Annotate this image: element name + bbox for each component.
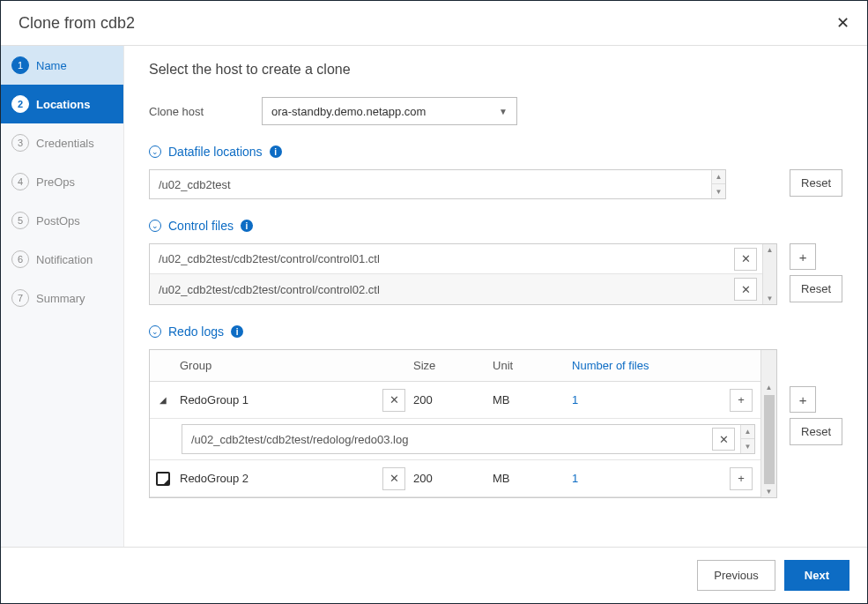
step-name[interactable]: 1Name: [1, 46, 123, 85]
close-icon[interactable]: ✕: [836, 13, 849, 33]
spinner-down-icon[interactable]: ▼: [741, 439, 754, 453]
remove-icon[interactable]: ✕: [734, 248, 757, 271]
spinner-up-icon[interactable]: ▲: [741, 425, 754, 439]
spinner-up-icon[interactable]: ▲: [712, 170, 725, 184]
datafile-section-header[interactable]: ⌄ Datafile locations i: [149, 145, 842, 159]
clone-host-row: Clone host ora-standby.demo.netapp.com ▼: [149, 97, 842, 125]
collapse-icon: ⌄: [149, 145, 161, 158]
step-summary[interactable]: 7Summary: [1, 279, 123, 317]
control-file-row[interactable]: /u02_cdb2test/cdb2test/control/control02…: [150, 274, 762, 304]
scrollbar[interactable]: ▲ ▼: [762, 244, 776, 304]
scroll-up-icon[interactable]: ▲: [767, 244, 774, 256]
spinner-arrows: ▲ ▼: [711, 170, 725, 198]
scroll-up-icon[interactable]: ▲: [766, 382, 773, 393]
remove-icon[interactable]: ✕: [382, 389, 405, 412]
scrollbar[interactable]: ▲ ▼: [760, 350, 776, 497]
redo-title: Redo logs: [168, 324, 224, 339]
chevron-down-icon: ▼: [499, 107, 508, 116]
control-file-row[interactable]: /u02_cdb2test/cdb2test/control/control01…: [150, 244, 762, 274]
datafile-title: Datafile locations: [168, 145, 263, 159]
expand-box-icon[interactable]: [156, 472, 170, 486]
col-size: Size: [413, 359, 493, 372]
remove-icon[interactable]: ✕: [712, 428, 735, 451]
redo-reset-button[interactable]: Reset: [790, 418, 842, 445]
add-file-button[interactable]: +: [730, 389, 753, 412]
redo-unit[interactable]: MB: [493, 472, 572, 485]
control-title: Control files: [168, 219, 234, 233]
redo-group-row[interactable]: RedoGroup 2✕200MB1+: [150, 460, 760, 497]
redo-size[interactable]: 200: [413, 472, 493, 485]
step-label: Notification: [36, 253, 93, 266]
step-postops[interactable]: 5PostOps: [1, 201, 123, 240]
redo-group-row[interactable]: ◢RedoGroup 1✕200MB1+: [150, 382, 760, 419]
scroll-down-icon[interactable]: ▼: [766, 486, 773, 497]
step-credentials[interactable]: 3Credentials: [1, 123, 123, 162]
step-label: Locations: [36, 98, 90, 111]
step-number: 2: [11, 95, 29, 113]
redo-add-button[interactable]: +: [790, 386, 816, 413]
control-add-button[interactable]: +: [790, 243, 816, 270]
collapse-icon: ⌄: [149, 220, 161, 232]
step-notification[interactable]: 6Notification: [1, 240, 123, 279]
step-label: PreOps: [36, 175, 75, 189]
redo-size[interactable]: 200: [413, 393, 493, 406]
redo-numfiles[interactable]: 1: [572, 393, 722, 406]
add-file-button[interactable]: +: [730, 467, 753, 490]
step-label: Name: [36, 59, 67, 72]
step-number: 5: [11, 212, 29, 229]
control-section-header[interactable]: ⌄ Control files i: [149, 219, 842, 233]
scroll-down-icon[interactable]: ▼: [767, 293, 774, 304]
step-number: 3: [11, 134, 29, 152]
datafile-input[interactable]: /u02_cdb2test ▲ ▼: [149, 169, 726, 199]
step-locations[interactable]: 2Locations: [1, 85, 123, 123]
redo-row: GroupSizeUnitNumber of files◢RedoGroup 1…: [149, 349, 842, 498]
next-button[interactable]: Next: [784, 560, 849, 591]
scroll-thumb[interactable]: [764, 395, 775, 484]
redo-buttons: + Reset: [790, 349, 842, 498]
step-label: PostOps: [36, 214, 80, 227]
previous-button[interactable]: Previous: [697, 560, 775, 591]
remove-icon[interactable]: ✕: [382, 467, 405, 490]
col-group: Group: [176, 359, 375, 372]
dialog-footer: Previous Next: [1, 547, 867, 603]
redo-group-name: RedoGroup 2: [176, 472, 375, 485]
content-panel: Select the host to create a clone Clone …: [124, 46, 867, 547]
remove-icon[interactable]: ✕: [734, 278, 757, 301]
step-number: 7: [11, 289, 29, 307]
collapse-triangle-icon[interactable]: ◢: [160, 395, 167, 405]
step-number: 6: [11, 250, 29, 268]
redo-group-name: RedoGroup 1: [176, 393, 375, 406]
control-reset-button[interactable]: Reset: [790, 275, 842, 302]
redo-unit[interactable]: MB: [493, 393, 572, 406]
clone-host-label: Clone host: [149, 105, 262, 118]
info-icon[interactable]: i: [241, 220, 253, 232]
redo-numfiles[interactable]: 1: [572, 472, 722, 485]
col-unit: Unit: [493, 359, 572, 372]
page-heading: Select the host to create a clone: [149, 62, 842, 78]
clone-dialog: Clone from cdb2 ✕ 1Name2Locations3Creden…: [0, 0, 868, 604]
control-row: /u02_cdb2test/cdb2test/control/control01…: [149, 243, 842, 305]
step-number: 4: [11, 173, 29, 190]
dialog-body: 1Name2Locations3Credentials4PreOps5PostO…: [1, 46, 867, 547]
clone-host-select[interactable]: ora-standby.demo.netapp.com ▼: [262, 97, 517, 125]
step-label: Summary: [36, 292, 85, 305]
redo-section-header[interactable]: ⌄ Redo logs i: [149, 324, 842, 339]
step-preops[interactable]: 4PreOps: [1, 162, 123, 201]
info-icon[interactable]: i: [270, 145, 282, 158]
dialog-header: Clone from cdb2 ✕: [1, 1, 867, 46]
dialog-title: Clone from cdb2: [19, 14, 135, 33]
redo-header-row: GroupSizeUnitNumber of files: [150, 350, 760, 382]
redo-grid: GroupSizeUnitNumber of files◢RedoGroup 1…: [149, 349, 777, 498]
step-label: Credentials: [36, 137, 94, 150]
redo-file-path[interactable]: /u02_cdb2test/cdb2test/redolog/redo03.lo…: [182, 433, 712, 446]
control-file-path: /u02_cdb2test/cdb2test/control/control01…: [150, 252, 734, 265]
info-icon[interactable]: i: [231, 325, 243, 338]
control-buttons: + Reset: [790, 243, 842, 302]
datafile-reset-button[interactable]: Reset: [790, 169, 842, 197]
control-list: /u02_cdb2test/cdb2test/control/control01…: [149, 243, 777, 305]
datafile-value: /u02_cdb2test: [150, 178, 711, 191]
spinner-down-icon[interactable]: ▼: [712, 184, 725, 198]
col-numfiles: Number of files: [572, 359, 722, 372]
datafile-row: /u02_cdb2test ▲ ▼ Reset: [149, 169, 842, 199]
clone-host-value: ora-standby.demo.netapp.com: [271, 105, 426, 118]
